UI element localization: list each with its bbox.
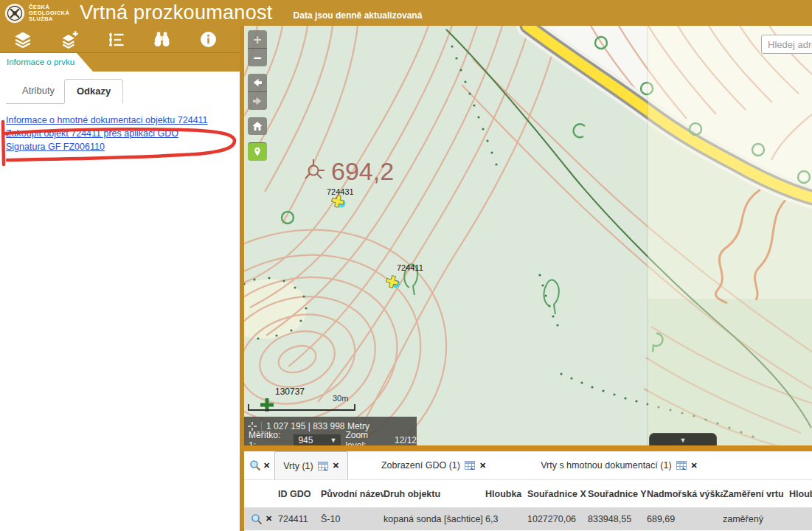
close-icon[interactable]: ✕ — [266, 514, 272, 524]
table-icon — [676, 461, 687, 470]
magnifier-icon[interactable] — [251, 513, 263, 525]
cell-zamereni-vrtu: zaměřený — [723, 514, 789, 524]
scale-select[interactable]: 945 ▼ — [294, 434, 341, 446]
close-icon[interactable]: ✕ — [479, 461, 486, 471]
link-signatura[interactable]: Signatura GF FZ006110 — [6, 142, 240, 152]
table-icon — [465, 461, 475, 470]
cgs-logo — [4, 3, 25, 24]
panel-map-divider — [240, 26, 244, 531]
org-name: ČESKÁGEOLOGICKÁSLUŽBA — [29, 4, 69, 22]
table-icon — [318, 462, 328, 471]
scale-bar-label: 30m — [333, 394, 348, 403]
app-subtitle: Data jsou denně aktualizovaná — [294, 6, 423, 21]
locate-icon[interactable] — [248, 142, 267, 161]
cell-nadmorska-vyska: 689,69 — [647, 514, 723, 524]
info-icon[interactable] — [197, 29, 219, 51]
scale-label: Měřítko: 1: — [249, 430, 289, 447]
attribute-link-tabs: Atributy Odkazy — [0, 79, 240, 104]
col-druh-objektu: Druh objektu — [384, 489, 485, 499]
tab-zobrazeni-gdo[interactable]: Zobrazení GDO (1) ✕ — [373, 451, 494, 479]
magnifier-icon — [249, 459, 261, 471]
layer-tree-icon[interactable] — [105, 29, 127, 51]
close-icon[interactable]: ✕ — [691, 461, 698, 471]
tab-divider — [6, 103, 64, 104]
cell-souradnice-x: 1027270,06 — [527, 514, 588, 524]
borehole-label-724431: 724431 — [327, 187, 354, 196]
sidebar-toolbar — [0, 26, 240, 53]
search-input[interactable] — [761, 35, 812, 54]
table-header: ID GDO Původní název Druh objektu Hloubk… — [244, 480, 812, 507]
link-list: Informace o hmotné dokumentaci objektu 7… — [6, 115, 240, 152]
results-panel: ✕ Vrty (1) ✕ Zobrazení GDO (1) — [244, 451, 812, 531]
next-extent-icon[interactable] — [248, 91, 267, 110]
map-results-divider — [240, 445, 812, 451]
collapse-results-button[interactable]: ▼ — [649, 433, 717, 446]
cell-souradnice-y: 833948,55 — [588, 514, 647, 524]
add-layer-icon[interactable] — [58, 29, 80, 51]
col-hloubka: Hloubka — [485, 489, 527, 499]
results-tabs: ✕ Vrty (1) ✕ Zobrazení GDO (1) — [244, 451, 812, 480]
close-icon[interactable]: ✕ — [333, 461, 339, 471]
col-souradnice-y: Souřadnice Y — [588, 489, 647, 499]
map-canvas: 694,2 724431 724411 130737 30m — [244, 26, 812, 446]
borehole-label-724411: 724411 — [397, 263, 423, 272]
cell-puvodni-nazev: Š-10 — [321, 514, 384, 524]
map-view[interactable]: 694,2 724431 724411 130737 30m + − — [244, 26, 812, 446]
elevation-label: 694,2 — [331, 157, 394, 185]
binoculars-icon[interactable] — [150, 29, 173, 51]
app-title: Vrtná prozkoumanost — [80, 1, 272, 24]
tab-vrty[interactable]: Vrty (1) ✕ — [274, 451, 348, 479]
col-souradnice-x: Souřadnice X — [527, 489, 588, 499]
tab-atributy[interactable]: Atributy — [22, 85, 55, 96]
zoom-out-icon[interactable]: − — [248, 48, 267, 66]
app-header: ČESKÁGEOLOGICKÁSLUŽBA Vrtná prozkoumanos… — [0, 0, 812, 26]
chevron-down-icon: ▼ — [330, 437, 336, 444]
col-zamereni-vrtu: Zaměření vrtu — [723, 489, 789, 499]
tab-informace-o-prvku[interactable]: Informace o prvku — [0, 53, 93, 72]
tab-vrty-s-hmotnou-dokumentaci[interactable]: Vrty s hmotnou dokumentací (1) ✕ — [532, 451, 706, 479]
col-id-gdo: ID GDO — [278, 489, 321, 499]
link-gdo-objekt[interactable]: Zakoupit objekt 724411 přes aplikaci GDO — [6, 128, 240, 139]
zoom-level-label: Zoom level: — [345, 430, 390, 447]
table-row[interactable]: ✕ 724411 Š-10 kopaná sonda [šachtice] 6,… — [244, 507, 812, 530]
map-statusbar: 1 027 195 | 833 998 Metry Měřítko: 1: 94… — [244, 417, 417, 446]
col-puvodni-nazev: Původní název — [321, 489, 384, 499]
layers-icon[interactable] — [12, 29, 34, 51]
zoom-level-value: 12/12 — [395, 435, 417, 445]
previous-extent-icon[interactable] — [248, 74, 267, 91]
col-hloubka-2: Hloubka — [789, 489, 812, 499]
cell-hloubka: 6,3 — [485, 514, 527, 524]
chevron-down-icon: ▼ — [680, 437, 687, 444]
borehole-label-130737: 130737 — [275, 386, 305, 397]
map-controls: + − — [248, 30, 267, 161]
search-result-tab[interactable]: ✕ — [244, 451, 274, 479]
zoom-in-icon[interactable]: + — [248, 30, 267, 48]
close-icon[interactable]: ✕ — [263, 461, 270, 471]
home-icon[interactable] — [248, 117, 267, 135]
col-nadmorska-vyska: Nadmořská výška — [647, 489, 723, 499]
link-hmotna-dokumentace[interactable]: Informace o hmotné dokumentaci objektu 7… — [6, 115, 240, 125]
panel-tab-strip: Informace o prvku — [0, 53, 240, 72]
cell-id-gdo: 724411 — [278, 514, 321, 524]
left-panel: Informace o prvku Atributy Odkazy Inform… — [0, 26, 240, 531]
tab-odkazy[interactable]: Odkazy — [64, 79, 123, 103]
cell-druh-objektu: kopaná sonda [šachtice] — [384, 514, 485, 524]
